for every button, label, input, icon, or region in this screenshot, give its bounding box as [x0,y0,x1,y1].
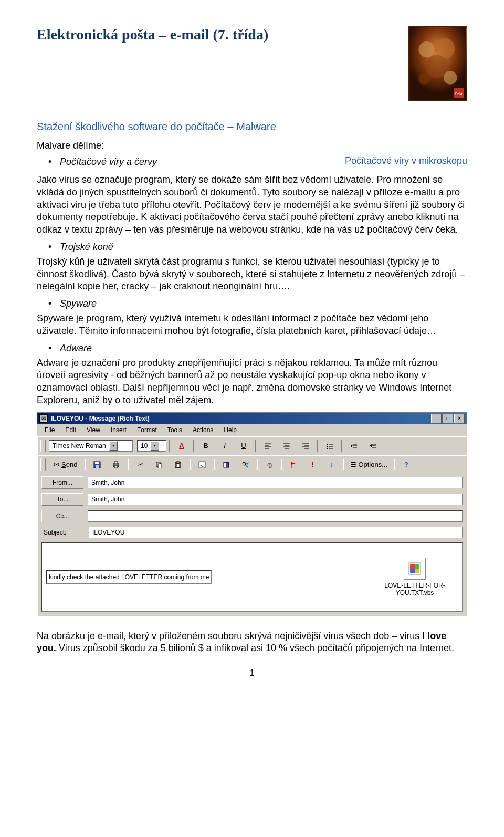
email-window: ✉ ILOVEYOU - Message (Rich Text) _ □ × F… [37,412,467,616]
attachment-name: LOVE-LETTER-FOR-YOU.TXT.vbs [368,582,462,597]
attachment-icon[interactable] [404,558,426,580]
closing-paragraph: Na obrázku je e-mail, který v přiloženém… [37,630,467,655]
svg-rect-45 [199,462,205,468]
font-size-value: 10 [141,442,148,449]
bullet-adware: Adware [37,343,467,354]
microscope-image: Data [408,26,467,101]
save-button[interactable] [88,458,106,472]
toolbar-handle[interactable] [40,440,46,452]
menu-help[interactable]: Help [219,425,241,435]
subject-field[interactable]: ILOVEYOU [89,527,463,538]
svg-point-5 [418,73,430,85]
svg-rect-38 [114,462,118,464]
svg-point-24 [327,447,328,448]
bullet-spyware: Spyware [37,298,467,309]
subject-label: Subject: [41,529,85,536]
attachment-pane: LOVE-LETTER-FOR-YOU.TXT.vbs [368,543,462,611]
help-button[interactable]: ? [397,458,415,472]
svg-point-22 [327,445,328,446]
para-viry: Jako virus se označuje program, který se… [37,174,467,236]
minimize-button[interactable]: _ [431,414,442,423]
flag-button[interactable] [285,458,302,472]
window-title: ILOVEYOU - Message (Rich Text) [51,415,431,422]
from-button[interactable]: From... [41,476,83,489]
check-names-button[interactable] [236,458,254,472]
svg-rect-54 [410,569,415,573]
svg-rect-39 [114,466,118,468]
body-text-input[interactable]: kindly check the attached LOVELETTER com… [46,570,212,584]
chevron-down-icon: ▾ [151,441,159,451]
action-toolbar: ✉Send ✂ ! ↓ ☰Options... ? [37,455,467,474]
cc-button[interactable]: Cc... [41,510,83,522]
svg-point-4 [444,71,457,85]
bullets-button[interactable] [321,439,339,453]
svg-marker-26 [351,444,353,447]
svg-marker-50 [291,462,296,465]
menu-format[interactable]: Format [133,425,161,435]
window-titlebar: ✉ ILOVEYOU - Message (Rich Text) _ □ × [37,413,467,424]
bullet-viry: Počítačové viry a červy [37,156,157,168]
signature-button[interactable] [193,458,211,472]
menu-edit[interactable]: Edit [61,425,80,435]
email-body-area[interactable]: kindly check the attached LOVELETTER com… [41,542,463,612]
intro-label: Malvare dělíme: [37,140,104,151]
image-caption: Počítačové viry v mikroskopu [345,155,467,166]
importance-high-button[interactable]: ! [303,458,321,472]
menu-insert[interactable]: Insert [107,425,131,435]
bold-button[interactable]: B [197,439,215,453]
from-field[interactable]: Smith, John [88,477,463,488]
align-left-button[interactable] [259,439,277,453]
close-button[interactable]: × [454,414,465,423]
underline-button[interactable]: U [235,439,253,453]
to-field[interactable]: Smith, John [88,494,463,505]
svg-rect-52 [410,564,415,569]
svg-rect-43 [176,462,180,463]
paste-button[interactable] [169,458,187,472]
svg-point-48 [243,462,246,465]
svg-rect-44 [176,464,180,467]
svg-rect-55 [415,569,419,573]
copy-button[interactable] [150,458,168,472]
svg-rect-41 [158,464,162,468]
svg-point-1 [418,41,434,57]
para-spyware: Spyware je program, který využívá intern… [37,312,467,338]
page-number: 1 [37,668,467,678]
svg-text:Data: Data [455,92,463,96]
increase-indent-button[interactable] [364,439,382,453]
font-size-combo[interactable]: 10 ▾ [137,440,166,452]
font-name-value: Times New Roman [52,442,106,449]
maximize-button[interactable]: □ [443,414,453,423]
svg-point-20 [327,443,328,444]
bullet-trojske: Trojské koně [37,242,467,253]
window-app-icon: ✉ [39,414,48,423]
cut-button[interactable]: ✂ [131,458,149,472]
para-adware: Adware je označení pro produkty znepříje… [37,357,467,407]
align-right-button[interactable] [297,439,314,453]
toolbar-handle[interactable] [40,458,46,471]
send-button[interactable]: ✉Send [49,458,82,472]
font-name-combo[interactable]: Times New Roman ▾ [49,440,133,452]
svg-rect-36 [96,465,99,468]
menu-tools[interactable]: Tools [163,425,186,435]
font-color-button[interactable]: A [173,439,191,453]
menubar: File Edit View Insert Format Tools Actio… [37,424,467,436]
section-subheading: Stažení škodlivého software do počítače … [37,121,467,133]
print-button[interactable] [107,458,125,472]
attach-button[interactable] [260,458,278,472]
options-button[interactable]: ☰Options... [346,458,391,472]
menu-file[interactable]: File [40,425,59,435]
svg-rect-35 [95,462,99,464]
italic-button[interactable]: I [216,439,234,453]
importance-low-button[interactable]: ↓ [322,458,340,472]
cc-field[interactable] [88,510,463,522]
address-book-button[interactable] [217,458,235,472]
chevron-down-icon: ▾ [109,441,118,451]
page-title: Elektronická pošta – e-mail (7. třída) [37,26,268,43]
align-center-button[interactable] [278,439,296,453]
decrease-indent-button[interactable] [345,439,363,453]
menu-view[interactable]: View [82,425,104,435]
svg-rect-47 [224,463,226,467]
menu-actions[interactable]: Actions [188,425,217,435]
svg-rect-53 [415,564,419,569]
to-button[interactable]: To... [41,493,83,506]
